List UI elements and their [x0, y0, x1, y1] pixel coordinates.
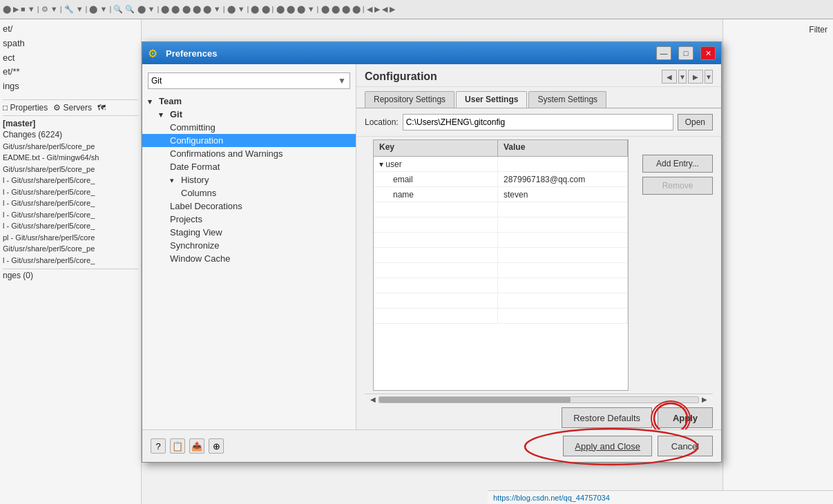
location-row: Location: Open [356, 108, 721, 137]
ide-left-line: ect [3, 51, 138, 66]
table-row[interactable] [374, 248, 628, 263]
link-icon[interactable]: ⊕ [209, 438, 224, 454]
tree-item-columns[interactable]: Columns [142, 186, 356, 200]
minimize-button[interactable]: — [656, 46, 671, 60]
ide-left-line: ings [3, 79, 138, 94]
dialog-body: ▼ ▾Team ▾Git Committing Configuration Co… [142, 64, 721, 429]
table-row[interactable] [374, 263, 628, 278]
remove-button[interactable]: Remove [642, 177, 713, 195]
tree-item-synchronize[interactable]: Synchronize [142, 239, 356, 252]
open-button[interactable]: Open [678, 114, 713, 130]
tree-item-team[interactable]: ▾Team [142, 95, 356, 108]
ide-left-line: spath [3, 37, 138, 51]
table-row[interactable]: name steven [374, 187, 628, 202]
properties-tab[interactable]: □ Properties [3, 103, 48, 113]
staged-header: nges (0) [3, 271, 138, 280]
table-value-cell: 2879967183@qq.com [498, 172, 628, 186]
url-text: https://blog.csdn.net/qq_44757034 [493, 494, 610, 502]
table-row[interactable] [374, 217, 628, 233]
scroll-left-arrow[interactable]: ◀ [367, 394, 379, 405]
scroll-thumb[interactable] [379, 397, 571, 403]
table-row[interactable] [374, 202, 628, 217]
table-row[interactable] [374, 278, 628, 293]
apply-button-wrap: Apply [658, 407, 713, 428]
tree-item-history[interactable]: ▾History [142, 173, 356, 186]
map-icon: 🗺 [97, 103, 106, 113]
footer-left: ? 📋 📤 ⊕ [151, 438, 224, 454]
table-header: Key Value [374, 140, 628, 157]
changes-list: Git/usr/share/perl5/core_pe EADME.txt - … [3, 141, 138, 266]
value-column-header: Value [498, 140, 628, 156]
table-value-cell: steven [498, 187, 628, 202]
table-row[interactable]: email 2879967183@qq.com [374, 172, 628, 187]
horizontal-scrollbar[interactable]: ◀ ▶ [365, 394, 713, 405]
table-row[interactable] [374, 309, 628, 324]
nav-forward-dropdown[interactable]: ▼ [705, 70, 713, 84]
tree-item-staging-view[interactable]: Staging View [142, 226, 356, 239]
location-input[interactable] [403, 114, 673, 130]
search-input[interactable] [148, 72, 350, 89]
table-row[interactable] [374, 233, 628, 248]
expand-icon: ▾ [148, 97, 156, 106]
help-icon[interactable]: ? [151, 438, 166, 454]
table-row[interactable]: ▾ user [374, 157, 628, 172]
search-box-wrap: ▼ [142, 70, 356, 95]
add-entry-button[interactable]: Add Entry... [642, 155, 713, 173]
cancel-button[interactable]: Cancel [658, 436, 713, 456]
nav-back-button[interactable]: ◀ [662, 70, 677, 84]
ide-left-panel: et/ spath ect et/** ings □ Properties ⚙ … [0, 19, 142, 504]
key-column-header: Key [374, 140, 498, 156]
import-icon[interactable]: 📤 [189, 438, 204, 454]
ide-left-line: et/ [3, 22, 138, 37]
tree-item-committing[interactable]: Committing [142, 121, 356, 134]
table-body: ▾ user email 2879967183@qq.com name [374, 157, 628, 390]
close-button[interactable]: ✕ [700, 46, 716, 60]
tab-repository[interactable]: Repository Settings [365, 91, 454, 108]
tree-item-configuration[interactable]: Configuration [142, 134, 356, 147]
table-key-cell: email [374, 172, 498, 186]
tree-item-confirmations[interactable]: Confirmations and Warnings [142, 147, 356, 160]
expand-icon: ▾ [159, 110, 167, 119]
scroll-right-arrow[interactable]: ▶ [699, 394, 710, 405]
apply-close-wrap: Apply and Close [563, 436, 652, 456]
filter-label: Filter [809, 25, 827, 35]
dialog-sidebar: ▼ ▾Team ▾Git Committing Configuration Co… [142, 64, 356, 429]
changes-header: [master] [3, 119, 138, 128]
table-key-cell: name [374, 187, 498, 202]
url-bar: https://blog.csdn.net/qq_44757034 [488, 490, 833, 504]
restore-defaults-button[interactable]: Restore Defaults [562, 407, 652, 428]
table-row[interactable] [374, 293, 628, 309]
tree-item-date-format[interactable]: Date Format [142, 160, 356, 173]
restore-apply-row: Restore Defaults Apply [356, 405, 721, 429]
content-title: Configuration [365, 70, 437, 83]
tab-system[interactable]: System Settings [528, 91, 606, 108]
location-label: Location: [365, 117, 399, 127]
config-table: Key Value ▾ user [373, 139, 629, 391]
dialog-content: Configuration ◀ ▼ ▶ ▼ Repository Setting… [356, 64, 721, 429]
nav-arrows: ◀ ▼ ▶ ▼ [662, 70, 713, 84]
tabs-row: Repository Settings User Settings System… [356, 87, 721, 108]
table-value-cell [498, 157, 628, 171]
export-icon[interactable]: 📋 [170, 438, 185, 454]
table-key-cell: ▾ user [374, 157, 498, 171]
tree-item-label-decorations[interactable]: Label Decorations [142, 200, 356, 213]
apply-and-close-button[interactable]: Apply and Close [563, 436, 652, 456]
apply-button[interactable]: Apply [658, 407, 713, 428]
ide-toolbar: ⬤ ▶ ■ ▼ | ⚙ ▼ | 🔧 ▼ | ⬤ ▼ | 🔍 🔍 ⬤ ▼ | ⬤ … [0, 0, 833, 19]
tree-item-window-cache[interactable]: Window Cache [142, 252, 356, 265]
search-clear-icon[interactable]: ▼ [336, 75, 347, 86]
nav-forward-button[interactable]: ▶ [688, 70, 703, 84]
dialog-footer: ? 📋 📤 ⊕ Apply and Close Cancel [142, 429, 721, 462]
tree-item-projects[interactable]: Projects [142, 213, 356, 226]
tab-user[interactable]: User Settings [456, 91, 527, 108]
scroll-track[interactable] [379, 396, 699, 403]
ide-right-panel: Filter [722, 19, 833, 504]
table-section: Key Value ▾ user [356, 137, 721, 394]
servers-tab[interactable]: ⚙ Servers [53, 103, 92, 113]
tree-item-git[interactable]: ▾Git [142, 108, 356, 121]
maximize-button[interactable]: □ [678, 46, 693, 60]
expand-icon: ▾ [379, 159, 383, 169]
nav-back-dropdown[interactable]: ▼ [678, 70, 687, 84]
side-buttons: Add Entry... Remove [637, 137, 713, 394]
preferences-dialog: ⚙ Preferences — □ ✕ ▼ ▾Team ▾Git Committ… [142, 41, 722, 463]
